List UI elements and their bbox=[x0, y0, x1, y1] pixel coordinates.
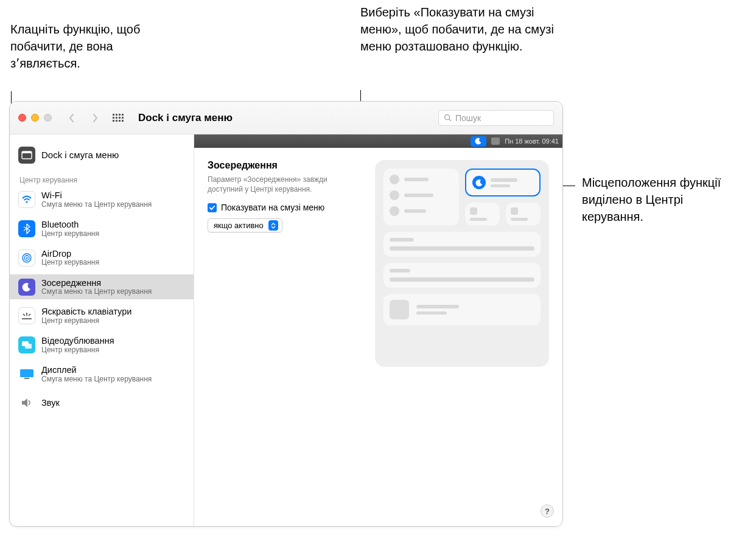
sidebar-section-header: Центр керування bbox=[10, 167, 194, 187]
moon-icon bbox=[472, 176, 486, 189]
sidebar-item-label: Wi-Fi bbox=[41, 190, 152, 201]
show-all-button[interactable] bbox=[109, 111, 127, 125]
thumbnail-icon bbox=[390, 300, 409, 319]
sidebar-item-label: Bluetooth bbox=[41, 220, 99, 230]
sidebar-item-airdrop[interactable]: AirDrop Центр керування bbox=[10, 245, 194, 271]
checkbox-icon bbox=[208, 203, 217, 212]
sidebar-item-label: Dock і смуга меню bbox=[41, 150, 119, 160]
sidebar-item-screen-mirroring[interactable]: Відеодублювання Центр керування bbox=[10, 332, 194, 358]
cc-tile bbox=[383, 169, 459, 226]
sidebar-item-sublabel: Смуга меню та Центр керування bbox=[41, 288, 152, 296]
select-value: якщо активно bbox=[214, 221, 264, 230]
sidebar-item-sublabel: Центр керування bbox=[41, 346, 114, 354]
search-icon bbox=[444, 114, 452, 122]
svg-point-7 bbox=[26, 257, 28, 259]
menubar-datetime: Пн 18 жовт. 09:41 bbox=[505, 137, 559, 145]
svg-rect-13 bbox=[25, 344, 32, 349]
sidebar-item-label: Дисплей bbox=[41, 365, 152, 375]
settings-description: Параметр «Зосередження» завжди доступний… bbox=[208, 175, 363, 194]
cc-tile bbox=[465, 203, 500, 226]
sidebar-item-keyboard-brightness[interactable]: Яскравість клавіатури Центр керування bbox=[10, 303, 194, 329]
sidebar-item-sublabel: Центр керування bbox=[41, 317, 131, 325]
sidebar-item-sublabel: Центр керування bbox=[41, 230, 99, 238]
checkbox-label: Показувати на смузі меню bbox=[221, 203, 324, 212]
cc-tile bbox=[383, 263, 541, 288]
sidebar-item-focus[interactable]: Зосередження Смуга меню та Центр керуван… bbox=[10, 274, 194, 300]
svg-line-10 bbox=[23, 314, 25, 316]
close-window-button[interactable] bbox=[18, 114, 26, 122]
svg-line-11 bbox=[29, 314, 30, 316]
sidebar-item-sublabel: Центр керування bbox=[41, 259, 99, 266]
callout-right: Місцеположення функції виділено в Центрі… bbox=[582, 174, 740, 225]
cc-tile bbox=[506, 203, 541, 226]
keyboard-brightness-icon bbox=[18, 307, 35, 324]
menubar-focus-chip bbox=[471, 136, 486, 147]
sidebar-item-label: Яскравість клавіатури bbox=[41, 307, 131, 317]
sidebar-item-label: Зосередження bbox=[41, 278, 152, 288]
fullscreen-window-button bbox=[44, 114, 52, 122]
preferences-window: Dock і смуга меню Пошук Dock і смуга мен… bbox=[9, 101, 563, 527]
callout-left: Клацніть функцію, щоб побачити, де вона … bbox=[10, 21, 150, 72]
svg-rect-14 bbox=[20, 369, 33, 377]
window-title: Dock і смуга меню bbox=[138, 112, 233, 124]
cc-tile bbox=[383, 294, 541, 325]
show-in-menubar-checkbox[interactable]: Показувати на смузі меню bbox=[208, 203, 363, 212]
dock-menubar-icon bbox=[18, 147, 35, 164]
sidebar-item-label: AirDrop bbox=[41, 249, 99, 259]
focus-icon bbox=[18, 279, 35, 296]
settings-column: Зосередження Параметр «Зосередження» зав… bbox=[208, 160, 363, 367]
sidebar-item-sublabel: Смуга меню та Центр керування bbox=[41, 201, 152, 209]
bluetooth-icon bbox=[18, 220, 35, 237]
svg-rect-3 bbox=[22, 151, 32, 153]
svg-rect-15 bbox=[24, 378, 29, 379]
sidebar-item-label: Звук bbox=[41, 398, 60, 408]
search-input[interactable]: Пошук bbox=[438, 110, 554, 126]
search-placeholder: Пошук bbox=[455, 113, 481, 123]
help-button[interactable]: ? bbox=[541, 504, 554, 518]
cc-tile bbox=[383, 232, 541, 257]
display-icon bbox=[18, 366, 35, 383]
sidebar-item-wifi[interactable]: Wi-Fi Смуга меню та Центр керування bbox=[10, 187, 194, 212]
minimize-window-button[interactable] bbox=[31, 114, 39, 122]
when-active-select[interactable]: якщо активно bbox=[208, 218, 282, 232]
back-button[interactable] bbox=[63, 111, 81, 125]
window-controls bbox=[18, 114, 52, 122]
sidebar-item-dock-menubar[interactable]: Dock і смуга меню bbox=[10, 143, 194, 167]
wifi-icon bbox=[18, 191, 35, 208]
settings-heading: Зосередження bbox=[208, 160, 363, 171]
grid-icon bbox=[113, 114, 124, 122]
main-content: Пн 18 жовт. 09:41 Зосередження Параметр … bbox=[194, 134, 562, 526]
svg-point-0 bbox=[445, 115, 450, 120]
screen-mirroring-icon bbox=[18, 336, 35, 353]
cc-tile-focus-highlighted bbox=[465, 169, 541, 196]
sidebar-item-display[interactable]: Дисплей Смуга меню та Центр керування bbox=[10, 361, 194, 387]
sidebar-item-sound[interactable]: Звук bbox=[10, 391, 194, 415]
select-arrows-icon bbox=[268, 220, 278, 231]
callout-top: Виберіть «Показувати на смузі меню», щоб… bbox=[360, 4, 555, 55]
svg-line-1 bbox=[449, 119, 451, 121]
svg-point-4 bbox=[26, 201, 27, 203]
toolbar: Dock і смуга меню Пошук bbox=[10, 102, 562, 134]
sidebar-item-label: Відеодублювання bbox=[41, 336, 114, 346]
sidebar: Dock і смуга меню Центр керування Wi-Fi … bbox=[10, 134, 194, 526]
menubar-preview: Пн 18 жовт. 09:41 bbox=[194, 134, 562, 148]
menubar-control-center-icon bbox=[491, 137, 500, 145]
control-center-preview bbox=[375, 160, 549, 367]
sidebar-item-bluetooth[interactable]: Bluetooth Центр керування bbox=[10, 216, 194, 242]
airdrop-icon bbox=[18, 249, 35, 266]
sound-icon bbox=[18, 394, 35, 411]
forward-button bbox=[86, 111, 104, 125]
sidebar-item-sublabel: Смуга меню та Центр керування bbox=[41, 375, 152, 383]
